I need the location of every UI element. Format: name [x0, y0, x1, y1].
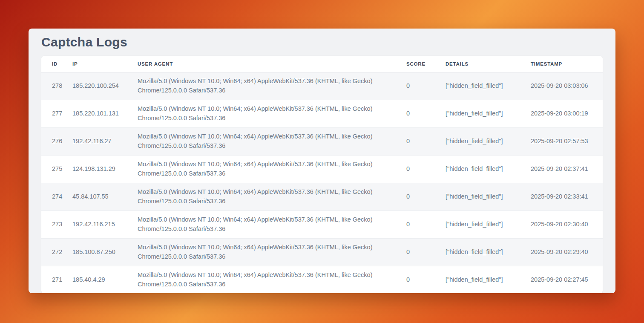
table-container: IDIPUSER AGENTSCOREDETAILSTIMESTAMP 2781… — [41, 56, 603, 293]
cell-user_agent: Mozilla/5.0 (Windows NT 10.0; Win64; x64… — [138, 183, 406, 211]
cell-score: 0 — [406, 155, 446, 183]
cell-timestamp: 2025-09-20 02:33:41 — [531, 183, 603, 211]
column-header-user_agent: USER AGENT — [138, 56, 406, 72]
cell-details: ["hidden_field_filled"] — [446, 238, 531, 266]
cell-score: 0 — [406, 100, 446, 127]
cell-id: 277 — [41, 100, 72, 127]
cell-id: 272 — [41, 238, 72, 266]
table-row: 276192.42.116.27Mozilla/5.0 (Windows NT … — [41, 127, 603, 155]
cell-user_agent: Mozilla/5.0 (Windows NT 10.0; Win64; x64… — [138, 266, 406, 293]
column-header-id: ID — [41, 56, 72, 72]
cell-score: 0 — [406, 211, 446, 238]
cell-timestamp: 2025-09-20 03:03:06 — [531, 72, 603, 100]
cell-ip: 192.42.116.27 — [72, 127, 138, 155]
cell-user_agent: Mozilla/5.0 (Windows NT 10.0; Win64; x64… — [138, 72, 406, 100]
table-header-row: IDIPUSER AGENTSCOREDETAILSTIMESTAMP — [41, 56, 603, 72]
table-row: 273192.42.116.215Mozilla/5.0 (Windows NT… — [41, 211, 603, 238]
cell-user_agent: Mozilla/5.0 (Windows NT 10.0; Win64; x64… — [138, 100, 406, 127]
cell-timestamp: 2025-09-20 02:37:41 — [531, 155, 603, 183]
cell-timestamp: 2025-09-20 02:29:40 — [531, 238, 603, 266]
cell-user_agent: Mozilla/5.0 (Windows NT 10.0; Win64; x64… — [138, 155, 406, 183]
table-row: 278185.220.100.254Mozilla/5.0 (Windows N… — [41, 72, 603, 100]
cell-timestamp: 2025-09-20 02:57:53 — [531, 127, 603, 155]
captcha-logs-card: Captcha Logs IDIPUSER AGENTSCOREDETAILST… — [29, 29, 615, 293]
cell-ip: 185.220.101.131 — [72, 100, 138, 127]
cell-id: 271 — [41, 266, 72, 293]
table-row: 271185.40.4.29Mozilla/5.0 (Windows NT 10… — [41, 266, 603, 293]
cell-ip: 124.198.131.29 — [72, 155, 138, 183]
page-title: Captcha Logs — [41, 29, 603, 56]
cell-id: 274 — [41, 183, 72, 211]
table-head: IDIPUSER AGENTSCOREDETAILSTIMESTAMP — [41, 56, 603, 72]
cell-details: ["hidden_field_filled"] — [446, 127, 531, 155]
cell-id: 276 — [41, 127, 72, 155]
cell-ip: 185.100.87.250 — [72, 238, 138, 266]
table-body: 278185.220.100.254Mozilla/5.0 (Windows N… — [41, 72, 603, 293]
cell-timestamp: 2025-09-20 02:27:45 — [531, 266, 603, 293]
captcha-logs-table: IDIPUSER AGENTSCOREDETAILSTIMESTAMP 2781… — [41, 56, 603, 293]
cell-user_agent: Mozilla/5.0 (Windows NT 10.0; Win64; x64… — [138, 211, 406, 238]
cell-score: 0 — [406, 183, 446, 211]
cell-timestamp: 2025-09-20 02:30:40 — [531, 211, 603, 238]
cell-ip: 192.42.116.215 — [72, 211, 138, 238]
cell-details: ["hidden_field_filled"] — [446, 266, 531, 293]
cell-ip: 185.220.100.254 — [72, 72, 138, 100]
cell-ip: 45.84.107.55 — [72, 183, 138, 211]
cell-details: ["hidden_field_filled"] — [446, 72, 531, 100]
column-header-timestamp: TIMESTAMP — [531, 56, 603, 72]
column-header-ip: IP — [72, 56, 138, 72]
cell-id: 275 — [41, 155, 72, 183]
column-header-score: SCORE — [406, 56, 446, 72]
cell-user_agent: Mozilla/5.0 (Windows NT 10.0; Win64; x64… — [138, 127, 406, 155]
cell-score: 0 — [406, 238, 446, 266]
cell-id: 273 — [41, 211, 72, 238]
cell-details: ["hidden_field_filled"] — [446, 211, 531, 238]
cell-score: 0 — [406, 127, 446, 155]
cell-user_agent: Mozilla/5.0 (Windows NT 10.0; Win64; x64… — [138, 238, 406, 266]
cell-ip: 185.40.4.29 — [72, 266, 138, 293]
column-header-details: DETAILS — [446, 56, 531, 72]
table-row: 272185.100.87.250Mozilla/5.0 (Windows NT… — [41, 238, 603, 266]
cell-id: 278 — [41, 72, 72, 100]
cell-score: 0 — [406, 72, 446, 100]
table-row: 275124.198.131.29Mozilla/5.0 (Windows NT… — [41, 155, 603, 183]
cell-details: ["hidden_field_filled"] — [446, 183, 531, 211]
cell-timestamp: 2025-09-20 03:00:19 — [531, 100, 603, 127]
cell-details: ["hidden_field_filled"] — [446, 100, 531, 127]
cell-details: ["hidden_field_filled"] — [446, 155, 531, 183]
cell-score: 0 — [406, 266, 446, 293]
table-row: 277185.220.101.131Mozilla/5.0 (Windows N… — [41, 100, 603, 127]
table-row: 27445.84.107.55Mozilla/5.0 (Windows NT 1… — [41, 183, 603, 211]
